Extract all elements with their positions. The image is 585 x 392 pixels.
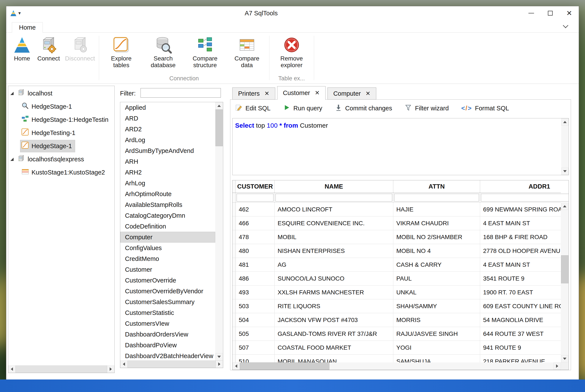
grid-cell[interactable]: RAJU/JASVEE SINGH (393, 327, 480, 340)
grid-cell[interactable]: 54 MAGNOLIA DRIVE (480, 313, 561, 327)
ribbon-button-compare-data[interactable]: Compare data (226, 34, 268, 69)
grid-vscrollbar[interactable] (561, 202, 569, 362)
grid-cell[interactable]: 462 (236, 202, 275, 216)
table-list-item[interactable]: AvailableStampRolls (120, 199, 215, 210)
tab-close-icon[interactable]: ✕ (365, 91, 370, 96)
ribbon-tab-home[interactable]: Home (12, 22, 43, 32)
grid-cell[interactable]: HAJIE (393, 202, 480, 216)
grid-cell[interactable]: 510 (236, 355, 275, 362)
scroll-right-button[interactable] (216, 360, 223, 368)
filter-wizard-button[interactable]: Filter wizard (405, 104, 449, 113)
grid-cell[interactable]: 503 (236, 299, 275, 313)
tree-item-localhost-sqlexpress[interactable]: localhost\sqlexpress (8, 153, 114, 166)
tab-printers[interactable]: Printers ✕ (232, 88, 275, 100)
table-list-item[interactable]: ARH2 (120, 167, 215, 178)
grid-cell[interactable]: RITE LIQUORS (275, 299, 393, 313)
grid-cell[interactable]: UNKAL (393, 286, 480, 299)
table-list-item[interactable]: CustomerOverrideByVendor (120, 286, 215, 296)
list-hscrollbar[interactable] (120, 360, 223, 368)
column-header-attn[interactable]: ATTN (393, 180, 480, 193)
table-list-item[interactable]: CustomerStatistic (120, 307, 215, 318)
table-list-item[interactable]: ARH (120, 156, 215, 167)
grid-cell[interactable]: 1900 RT. 70 EAST (480, 286, 561, 299)
ribbon-button-compare-structure[interactable]: Compare structure (184, 34, 226, 69)
grid-cell[interactable]: MOBIL (275, 230, 393, 244)
grid-cell[interactable]: 609 EAST COUNTY LINE RO (480, 299, 561, 313)
grid-cell[interactable]: ESQUIRE CONVENIENCE INC. (275, 216, 393, 230)
table-list-item[interactable]: ARD2 (120, 124, 215, 134)
grid-cell[interactable]: XXLSH FARMS MANCHESTER (275, 286, 393, 299)
table-list-item[interactable]: CustomersVIew (120, 318, 215, 329)
scroll-down-button[interactable] (215, 353, 223, 360)
grid-cell[interactable]: 486 (236, 272, 275, 285)
grid-cell[interactable]: VIKRAM CHAUDRI (393, 216, 480, 230)
table-row[interactable]: 505 GASLAND-TOMS RIVER RT 37/J&R RAJU/JA… (232, 327, 561, 341)
row-header-cell[interactable] (232, 258, 236, 272)
scroll-left-button[interactable] (8, 366, 15, 373)
grid-cell[interactable]: 168 BHP & FIRE ROAD (480, 230, 561, 244)
table-list-item[interactable]: Applied (120, 102, 215, 113)
table-list-item[interactable]: CatalogCategoryDmn (120, 210, 215, 221)
row-header-cell[interactable] (232, 272, 236, 285)
scroll-down-button[interactable] (561, 355, 568, 362)
table-list-item[interactable]: ArdSumByTypeAndVend (120, 145, 215, 156)
tables-filter-input[interactable] (140, 88, 221, 98)
scroll-left-button[interactable] (232, 362, 240, 370)
column-header-customer[interactable]: CUSTOMER (236, 180, 275, 193)
title-bar[interactable]: ▾ A7 SqlTools ✕ (6, 6, 579, 20)
table-row[interactable]: 486 SUNOCO/LAJ SUNOCO PAUL 3541 ROUTE 9 (232, 272, 561, 286)
grid-hscrollbar[interactable] (232, 362, 561, 370)
scroll-left-button[interactable] (120, 360, 128, 368)
grid-filter-input-name[interactable] (275, 194, 392, 202)
scrollbar-thumb[interactable] (215, 110, 223, 146)
table-list-item[interactable]: DashboardOrdersView (120, 329, 215, 340)
grid-cell[interactable]: SAM/SHUJA (393, 355, 480, 362)
grid-cell[interactable]: COASTAL FOOD MARKET (275, 341, 393, 354)
table-row[interactable]: 466 ESQUIRE CONVENIENCE INC. VIKRAM CHAU… (232, 216, 561, 230)
scroll-up-button[interactable] (561, 202, 568, 210)
sql-vscrollbar[interactable] (561, 118, 569, 175)
taskbar[interactable] (0, 380, 585, 392)
expand-arrow-icon[interactable] (10, 158, 16, 161)
grid-cell[interactable]: NISHAN ENTERPRISES (275, 244, 393, 258)
row-header-cell[interactable] (232, 327, 236, 340)
ribbon-button-connect[interactable]: Connect (35, 34, 62, 62)
table-row[interactable]: 478 MOBIL MOBIL NO 2/SHAMBER 168 BHP & F… (232, 230, 561, 244)
row-header-cell[interactable] (232, 286, 236, 299)
table-list-item[interactable]: CustomerOverride (120, 275, 215, 286)
grid-cell[interactable]: YOGI (393, 341, 480, 354)
grid-cell[interactable]: 644 ROUTE 37 WEST (480, 327, 561, 340)
grid-cell[interactable]: 480 (236, 244, 275, 258)
tree-item-hedgestage-1-selected[interactable]: HedgeStage-1 (8, 140, 114, 153)
scroll-up-button[interactable] (215, 102, 223, 110)
table-list-item[interactable]: CodeDefinition (120, 221, 215, 232)
tree-item-hedgetesting-1[interactable]: HedgeTesting-1 (8, 126, 114, 140)
edit-sql-button[interactable]: Edit SQL (235, 104, 270, 113)
scrollbar-thumb[interactable] (15, 366, 107, 373)
table-row[interactable]: 481 AG CASH & CARRY 4 EAST MAIN ST (232, 258, 561, 272)
grid-cell[interactable]: SHAH/SAMMY (393, 299, 480, 313)
grid-cell[interactable]: GASLAND-TOMS RIVER RT 37/J&R (275, 327, 393, 340)
tree-item-kustostage[interactable]: KustoStage1:KustoStage2 (8, 166, 114, 179)
grid-filter-input-addr1[interactable] (481, 194, 569, 202)
grid-cell[interactable]: 493 (236, 286, 275, 299)
grid-cell[interactable]: 466 (236, 216, 275, 230)
table-list-item[interactable]: DashboardPoView (120, 340, 215, 350)
grid-cell[interactable]: 699 NEWMAN SPRING ROA (480, 202, 561, 216)
row-header-cell[interactable] (232, 230, 236, 244)
grid-cell[interactable]: 941 ROUTE 9 (480, 341, 561, 354)
table-row[interactable]: 510 MOBIL MANASQUAN SAM/SHUJA 218 PARKER… (232, 355, 561, 362)
grid-cell[interactable]: MOBIL NO 2/SHAMBER (393, 230, 480, 244)
tab-close-icon[interactable]: ✕ (264, 91, 269, 96)
column-header-name[interactable]: NAME (275, 180, 393, 193)
commit-changes-button[interactable]: Commit changes (335, 104, 392, 113)
table-list-item[interactable]: ConfigValues (120, 242, 215, 253)
tree-item-localhost[interactable]: localhost (8, 87, 114, 100)
grid-cell[interactable]: 4 EAST MAIN ST (480, 216, 561, 230)
row-header-cell[interactable] (232, 244, 236, 258)
grid-filter-input-attn[interactable] (394, 194, 479, 202)
grid-cell[interactable]: 504 (236, 313, 275, 327)
grid-cell[interactable]: 507 (236, 341, 275, 354)
scroll-right-button[interactable] (107, 366, 114, 373)
grid-cell[interactable]: JACKSON VFW POST #4703 (275, 313, 393, 327)
